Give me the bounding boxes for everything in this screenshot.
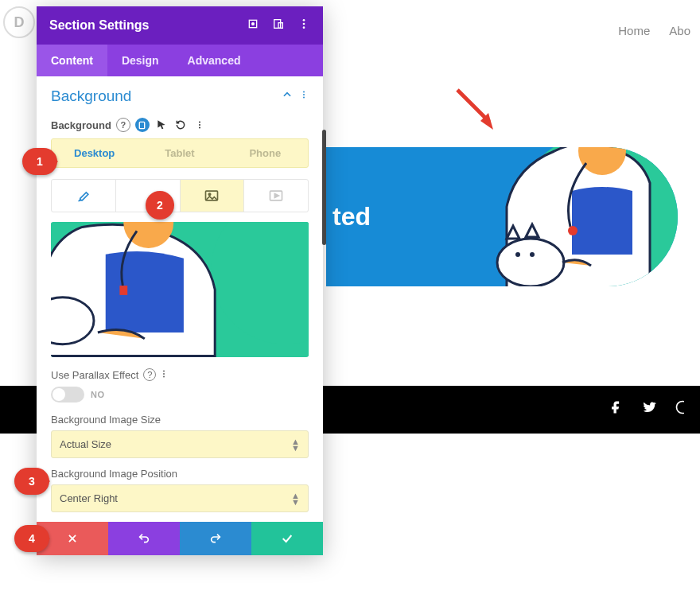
kebab-icon[interactable] [159, 368, 169, 382]
bg-type-color[interactable] [52, 180, 116, 212]
svg-point-15 [303, 91, 305, 93]
panel-title: Section Settings [49, 18, 149, 33]
annotation-step-2: 2 [146, 191, 174, 220]
svg-point-16 [303, 94, 305, 95]
bg-type-video[interactable] [244, 180, 308, 212]
parallax-value: NO [91, 390, 105, 399]
kebab-icon[interactable] [192, 118, 207, 132]
device-phone[interactable]: Phone [223, 139, 308, 167]
svg-point-13 [303, 23, 305, 25]
section-title: Background [51, 88, 131, 105]
panel-header: Section Settings [37, 6, 323, 45]
background-label: Background [51, 119, 111, 131]
responsive-icon[interactable] [272, 18, 285, 33]
help-icon[interactable]: ? [116, 118, 130, 132]
reset-icon[interactable] [173, 118, 188, 132]
bg-size-label: Background Image Size [51, 414, 309, 426]
tab-advanced[interactable]: Advanced [173, 45, 255, 76]
logo-letter: D [14, 14, 25, 31]
logo-circle: D [3, 6, 35, 38]
device-tablet[interactable]: Tablet [137, 139, 222, 167]
help-icon[interactable]: ? [143, 368, 156, 381]
tab-design[interactable]: Design [107, 45, 173, 76]
svg-point-21 [199, 127, 200, 129]
svg-rect-18 [140, 122, 145, 128]
device-tabs: Desktop Tablet Phone [51, 138, 309, 168]
svg-point-9 [252, 23, 255, 25]
nav-home[interactable]: Home [618, 24, 650, 37]
more-social-icon[interactable] [675, 399, 684, 420]
svg-point-19 [199, 122, 200, 123]
annotation-step-3: 3 [14, 468, 49, 495]
svg-point-4 [530, 252, 535, 257]
expand-icon[interactable] [247, 18, 259, 33]
panel-body: Background ? Desktop Tablet Phone [37, 110, 323, 512]
svg-point-17 [303, 97, 305, 99]
select-caret-icon: ▲▼ [291, 438, 300, 451]
parallax-toggle[interactable] [51, 387, 84, 402]
responsive-toggle-icon[interactable] [135, 118, 150, 132]
annotation-arrow [453, 86, 501, 134]
facebook-icon[interactable] [608, 399, 624, 420]
panel-footer [37, 522, 323, 555]
parallax-label-row: Use Parallax Effect ? [51, 368, 309, 382]
tab-content[interactable]: Content [37, 45, 107, 76]
parallax-label: Use Parallax Effect [51, 369, 138, 381]
section-header[interactable]: Background [37, 76, 323, 110]
annotation-step-1: 1 [22, 148, 57, 175]
kebab-icon[interactable] [299, 89, 309, 103]
top-nav: Home Abo [618, 24, 690, 37]
bg-position-label: Background Image Position [51, 468, 309, 480]
save-button[interactable] [251, 522, 323, 555]
select-caret-icon: ▲▼ [291, 492, 300, 505]
hero-text: ted [326, 202, 371, 231]
svg-rect-10 [274, 20, 281, 29]
chevron-up-icon[interactable] [282, 89, 293, 103]
background-preview[interactable] [51, 222, 309, 357]
svg-point-2 [497, 239, 564, 286]
hero-banner: ted [326, 147, 678, 286]
svg-point-1 [568, 226, 578, 235]
svg-point-33 [163, 376, 165, 378]
svg-marker-25 [274, 194, 278, 198]
svg-point-14 [303, 26, 305, 29]
svg-rect-29 [119, 286, 127, 295]
redo-button[interactable] [180, 522, 251, 555]
svg-point-31 [163, 371, 165, 372]
svg-point-12 [303, 19, 305, 21]
svg-point-3 [515, 252, 520, 257]
bg-position-value: Center Right [60, 492, 118, 504]
svg-point-20 [199, 124, 200, 126]
background-label-row: Background ? [51, 118, 309, 132]
svg-point-7 [677, 402, 685, 414]
parallax-toggle-row: NO [51, 387, 309, 402]
hover-icon[interactable] [154, 118, 169, 132]
annotation-step-4: 4 [14, 525, 49, 552]
scrollbar[interactable] [322, 130, 326, 245]
bg-type-image[interactable] [181, 180, 245, 212]
settings-panel: Section Settings Content Design Advanced… [37, 6, 323, 555]
svg-point-32 [163, 373, 165, 375]
kebab-icon[interactable] [298, 18, 310, 33]
twitter-icon[interactable] [641, 399, 657, 420]
bg-position-select[interactable]: Center Right ▲▼ [51, 484, 309, 512]
hero-illustration [439, 147, 678, 286]
bg-size-select[interactable]: Actual Size ▲▼ [51, 430, 309, 458]
nav-about[interactable]: Abo [669, 24, 690, 37]
undo-button[interactable] [108, 522, 180, 555]
svg-point-23 [209, 193, 212, 196]
bg-size-value: Actual Size [60, 438, 111, 450]
panel-tabs: Content Design Advanced [37, 45, 323, 76]
